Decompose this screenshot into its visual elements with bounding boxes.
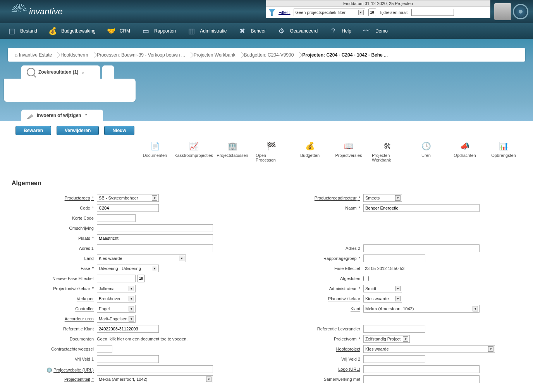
tool-uren[interactable]: 🕒Uren [411,141,442,162]
globe-icon [47,368,52,373]
tool-9-label: Opbrengsten [491,153,516,158]
tool-processen[interactable]: 🏁Open Processen [256,141,287,162]
input-refklant[interactable] [97,325,159,333]
checkbox-afgesloten[interactable] [363,276,369,281]
menu-bestand[interactable]: ▤Bestand [4,26,45,36]
calendar-icon[interactable]: 18 [368,9,376,16]
input-omschrijving[interactable] [97,224,213,232]
select-controller[interactable]: Engel [97,305,136,313]
filter-select[interactable]: Geen projectspecifiek filter [294,9,365,16]
menu-crm[interactable]: 🤝CRM [103,26,138,36]
select-land[interactable]: Kies waarde [97,254,186,262]
menu-help-label: Help [342,28,351,34]
new-button[interactable]: Nieuw [104,126,134,135]
select-adm[interactable]: Smidt [363,285,402,292]
select-pgd[interactable]: Smeets [363,194,402,202]
input-reflev[interactable] [363,325,425,333]
tab-empty[interactable] [102,65,114,79]
tool-1-label: Kasstroomprojecties [174,153,213,158]
save-button[interactable]: Bewaren [15,126,51,135]
select-po[interactable]: Jalkema [97,285,136,292]
bc-3[interactable]: Projecten Werkbank [191,52,241,58]
tool-6-label: Projecten Werkbank [372,153,403,162]
menu-advanced[interactable]: ⚙Geavanceerd [273,26,325,36]
form-col-right: Productgroepdirecteur *Smeets Naam * Adr… [278,194,521,385]
menu-budget[interactable]: 💰Budgetbewaking [45,26,103,36]
bc-4[interactable]: Budgetten: C204-V9900 [241,52,299,58]
tool-versies[interactable]: 📖Projectversies [333,141,364,162]
select-klant[interactable]: Mekra (Amersfoort, 1042) [363,305,480,313]
lbl-pw: Projectwebsite (URL) [12,366,97,372]
input-vv1[interactable] [97,355,159,363]
workbench-icon: 🛠 [382,141,393,151]
input-logo[interactable] [363,365,480,373]
select-pe[interactable]: Mekra (Amersfoort, 1042) [97,375,213,383]
lbl-klant: Klant [278,306,363,311]
tool-opbrengsten[interactable]: 📊Opbrengsten [488,141,519,162]
bc-2[interactable]: Processen: Bouwnr-39 - Verkoop bouwn ... [94,52,191,58]
input-sm[interactable] [363,375,480,383]
menu-rapporten[interactable]: ▭Rapporten [138,26,184,36]
select-plo[interactable]: Kies waarde [363,295,402,303]
select-verkoper[interactable]: Breukhoven [97,295,136,303]
bc-home[interactable]: ⌂Invantive Estate [12,51,57,58]
tool-3-label: Open Processen [256,153,287,162]
lbl-pgd: Productgroepdirecteur * [278,196,363,200]
menu-admin[interactable]: ▦Administratie [184,26,234,36]
input-kortecode[interactable] [97,214,136,222]
section-title: Algemeen [12,180,521,187]
select-hp[interactable]: Kies waarde [363,345,495,353]
input-naam[interactable] [363,204,480,212]
lbl-cav: Contractachtervoegsel [12,347,97,351]
top-bar: invantive Einddatum 31-12-2020, 25 Proje… [0,0,533,23]
select-pv[interactable]: Zelfstandig Project [363,335,410,343]
input-nfe[interactable] [97,275,136,282]
calendar-picker-icon[interactable]: 18 [137,275,145,282]
bc-0-label: Invantive Estate [19,52,52,58]
select-fase[interactable]: Uitvoering - Uitvoering [97,265,159,272]
tool-status[interactable]: 🏢Projectstatussen [217,141,248,162]
bc-5[interactable]: Projecten: C204 - C204 - 1042 - Behe ... [299,52,393,58]
tab-row-search: Zoekresultaten (1) ⌄ [21,65,533,79]
select-productgroep[interactable]: SB - Systeembeheer [97,194,159,202]
tool-documenten[interactable]: 📄Documenten [139,141,170,162]
input-code[interactable] [97,204,159,212]
tool-opdrachten[interactable]: 📣Opdrachten [449,141,480,162]
zoek-panel [4,79,136,102]
menu-beheer[interactable]: ✖Beheer [235,26,274,36]
input-plaats[interactable] [97,234,213,242]
input-cav[interactable] [97,345,112,353]
input-adres1[interactable] [97,244,213,252]
filter-link[interactable]: Filter : [279,10,291,15]
input-pw[interactable] [97,365,213,373]
input-rg[interactable] [363,254,425,262]
tool-more[interactable]: …Pr... [527,141,533,162]
refresh-gauge-icon[interactable] [513,4,528,19]
lbl-reflev: Referentie Leverancier [278,327,363,331]
tab-invoeren[interactable]: Invoeren of wijzigen ⌃ [21,110,103,121]
lbl-afg: Afgesloten [278,276,363,281]
versions-icon: 📖 [343,141,354,151]
tool-kasstroom[interactable]: 📈Kasstroomprojecties [178,141,209,162]
input-vv2[interactable] [363,355,425,363]
delete-button[interactable]: Verwijderen [57,126,99,135]
menu-demo[interactable]: 〰Demo [359,26,395,36]
tool-8-label: Opdrachten [454,153,476,158]
lbl-adres2: Adres 2 [278,246,363,251]
lbl-controller: Controller [12,306,97,311]
menu-help[interactable]: ？Help [325,26,359,36]
tool-werkbank[interactable]: 🛠Projecten Werkbank [372,141,403,162]
timetravel-input[interactable] [411,9,454,16]
server-icon[interactable] [494,3,511,20]
lbl-fe: Fase Effectief [278,266,363,271]
select-accuren[interactable]: Marit-Engelsen [97,315,136,323]
flag-icon: 🏁 [266,141,277,151]
tool-budgetten[interactable]: 💰Budgetten [294,141,325,162]
lbl-po: Projectontwikkelaar * [12,286,97,291]
bc-1[interactable]: Hoofdscherm [57,52,93,58]
link-add-doc[interactable]: Geen, klik hier om een document toe te v… [97,337,187,341]
input-adres2[interactable] [363,244,480,252]
tab-zoekresultaten[interactable]: Zoekresultaten (1) ⌄ [21,65,100,79]
lbl-pe: Projectentiteit * [12,377,97,382]
filter-row: Filter : Geen projectspecifiek filter 18… [266,7,490,18]
